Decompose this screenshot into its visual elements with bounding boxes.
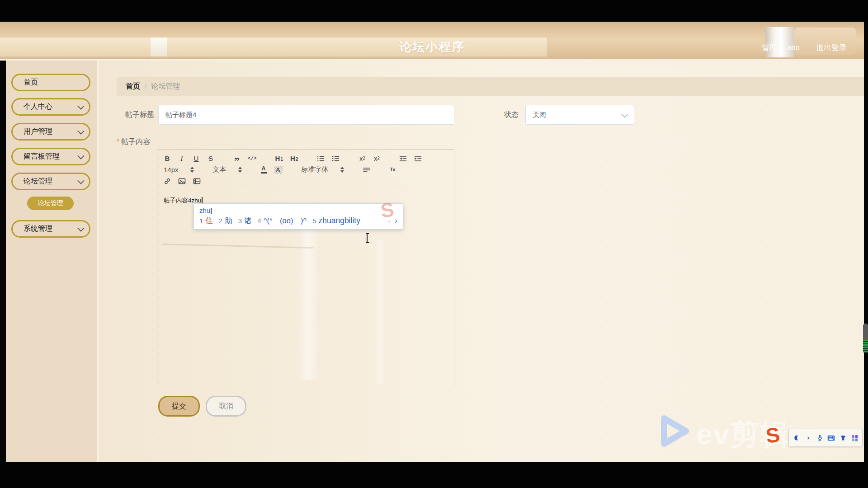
indent-icon[interactable]: [414, 154, 422, 164]
sidebar-item-label: 系统管理: [24, 224, 78, 234]
sidebar-subitem-forum-management-active[interactable]: 论坛管理: [27, 197, 74, 210]
sidebar-item-system-management[interactable]: 系统管理: [11, 220, 90, 238]
ordered-list-icon[interactable]: [317, 154, 325, 164]
link-icon[interactable]: [164, 176, 171, 186]
skin-icon[interactable]: [838, 431, 848, 445]
post-content-label: *帖子内容: [117, 137, 150, 147]
sidebar-subitem-label: 论坛管理: [38, 199, 63, 207]
align-icon[interactable]: [363, 165, 370, 175]
ime-punctuation-icon[interactable]: ，: [803, 429, 813, 443]
header-separator: [0, 59, 864, 61]
ime-next-page-icon[interactable]: ›: [395, 216, 397, 225]
text-caret: [202, 197, 203, 204]
microphone-icon[interactable]: [815, 431, 825, 445]
background-color-button[interactable]: A: [274, 166, 283, 174]
strikethrough-button[interactable]: S: [207, 154, 214, 164]
status-selected-value: 关闭: [533, 111, 546, 119]
chevron-down-icon: [77, 225, 85, 232]
italic-button[interactable]: I: [178, 154, 185, 164]
heading2-button[interactable]: H2: [290, 154, 298, 164]
letterbox-bottom: [0, 462, 868, 488]
keyboard-icon[interactable]: [826, 431, 836, 445]
sidebar-item-message-board[interactable]: 留言板管理: [11, 148, 90, 165]
status-row: 状态 关闭: [487, 105, 634, 125]
breadcrumb-separator: /: [145, 83, 146, 91]
underline-button[interactable]: U: [193, 154, 200, 164]
status-label: 状态: [487, 110, 519, 120]
letterbox-left: [0, 22, 6, 462]
text-style-select[interactable]: 文本: [213, 165, 242, 174]
breadcrumb-home[interactable]: 首页: [126, 82, 140, 91]
ime-candidate-4[interactable]: 4^(*￣(oo)￣)^: [258, 216, 307, 226]
chevron-down-icon: [77, 152, 85, 160]
stepper-icon: [238, 167, 242, 173]
ime-candidate-list: 1住 2助 3诸 4^(*￣(oo)￣)^ 5zhuangbility ‹ ›: [199, 216, 397, 226]
sidebar-item-forum-management[interactable]: 论坛管理: [11, 173, 90, 190]
code-block-button[interactable]: </>: [248, 154, 256, 164]
sidebar-item-label: 首页: [24, 78, 83, 87]
toolbox-grid-icon[interactable]: [849, 431, 859, 445]
cancel-button[interactable]: 取消: [206, 396, 246, 417]
chevron-down-icon: [77, 103, 85, 110]
background-artifact: [162, 244, 313, 249]
chevron-down-icon: [621, 111, 628, 118]
text-caret: [211, 208, 212, 214]
blockquote-button[interactable]: ”: [233, 151, 241, 166]
sidebar-item-personal-center[interactable]: 个人中心: [11, 98, 90, 116]
breadcrumb-current: 论坛管理: [151, 82, 180, 91]
post-title-label: 帖子标题: [117, 110, 154, 120]
ime-candidate-1[interactable]: 1住: [199, 216, 213, 226]
post-title-row: 帖子标题: [117, 105, 454, 125]
sidebar: 首页 个人中心 用户管理 留言板管理 论坛管理 论坛管理 系统管理: [6, 61, 99, 462]
main-content: 首页 / 论坛管理 帖子标题 状态 关闭 *帖子内容 B I U: [99, 61, 864, 462]
ime-candidate-2[interactable]: 2助: [219, 216, 232, 226]
logout-link[interactable]: 退出登录: [816, 42, 847, 53]
bold-button[interactable]: B: [164, 154, 171, 164]
sidebar-item-label: 论坛管理: [24, 177, 78, 186]
ime-mode-icon[interactable]: [792, 431, 802, 445]
ime-candidate-5[interactable]: 5zhuangbility: [312, 216, 360, 225]
screen: 论坛小程序 管理员 abo 退出登录 首页 个人中心 用户管理 留言板管理 论坛…: [0, 0, 868, 488]
sidebar-item-label: 留言板管理: [24, 152, 78, 161]
superscript-button[interactable]: x2: [373, 154, 380, 164]
chevron-down-icon: [77, 127, 85, 135]
background-artifact: [374, 240, 386, 385]
ime-candidate-3[interactable]: 3诸: [238, 216, 252, 226]
ibeam-cursor: [365, 233, 369, 243]
image-icon[interactable]: [178, 176, 186, 186]
ime-preedit: zhu: [199, 206, 397, 216]
ime-candidate-window: zhu 1住 2助 3诸 4^(*￣(oo)￣)^ 5zhuangbility …: [193, 203, 403, 230]
clear-format-button[interactable]: Tx: [389, 165, 396, 175]
stepper-icon: [190, 167, 194, 173]
rich-text-editor[interactable]: B I U S ” </> H1 H2: [157, 149, 454, 387]
ev-watermark-logo: [654, 412, 694, 452]
subscript-button[interactable]: x2: [359, 154, 366, 164]
app-title: 论坛小程序: [0, 39, 864, 55]
sidebar-item-user-management[interactable]: 用户管理: [11, 123, 90, 141]
required-asterisk: *: [117, 138, 119, 145]
background-artifact: [297, 217, 319, 380]
sidebar-item-home[interactable]: 首页: [11, 74, 90, 91]
font-family-select[interactable]: 标准字体: [302, 165, 344, 174]
letterbox-right: [864, 22, 868, 462]
submit-button[interactable]: 提交: [158, 396, 200, 417]
stepper-icon: [340, 167, 344, 173]
text-color-button[interactable]: A: [261, 166, 267, 174]
post-title-input[interactable]: [158, 105, 454, 125]
sidebar-item-label: 个人中心: [24, 102, 78, 112]
bullet-list-icon[interactable]: [332, 154, 340, 164]
status-select[interactable]: 关闭: [525, 105, 634, 125]
heading1-button[interactable]: H1: [275, 154, 283, 164]
letterbox-top: [0, 0, 868, 22]
font-size-select[interactable]: 14px: [164, 166, 194, 174]
app-header: 论坛小程序 管理员 abo 退出登录: [0, 22, 864, 59]
sidebar-item-label: 用户管理: [24, 127, 78, 136]
breadcrumb: 首页 / 论坛管理: [117, 77, 864, 96]
logged-in-user: 管理员 abo: [762, 42, 800, 53]
ime-toolbar: ，: [788, 429, 863, 447]
scrollbar-fragment[interactable]: [863, 324, 868, 352]
outdent-icon[interactable]: [399, 154, 407, 164]
chevron-down-icon: [77, 177, 85, 184]
editor-toolbar: B I U S ” </> H1 H2: [157, 150, 454, 186]
video-icon[interactable]: [193, 176, 201, 186]
